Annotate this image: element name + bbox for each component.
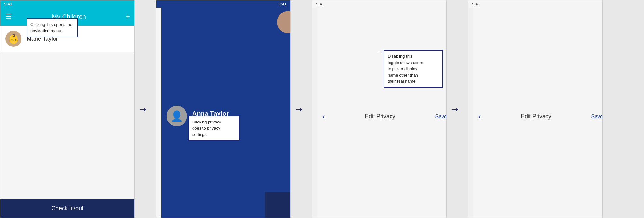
check-in-out-button[interactable]: Check in/out [0,199,134,218]
status-bar-1: 9:41 [0,0,134,8]
annotation-menu: Clicking this opens the navigation menu. [27,18,78,37]
toggle-arrow: → [377,48,384,55]
arrow-2-3: → [291,0,307,218]
save-button-4[interactable]: Save [591,114,603,120]
user-avatar: 👤 [167,106,187,126]
screen-edit-privacy-expanded: 9:41 ‹ Edit Privacy Save PERSONAL INFOMA… [468,0,603,218]
avatar: 👶 [5,31,21,47]
arrow-3-4: → [447,0,463,218]
annotation-privacy: Clicking privacygoes to privacysettings. [188,116,240,141]
page-title-3: Edit Privacy [365,113,395,120]
back-button-3[interactable]: ‹ [322,113,325,121]
status-time-1: 9:41 [4,2,12,6]
annotation-toggle: Disabling thistoggle allows usersto pick… [384,50,443,88]
status-time-2: 9:41 [279,2,287,6]
arrow-1-2: → [135,0,151,218]
screen-edit-privacy-basic: 9:41 ‹ Edit Privacy Save PERSONAL INFOMA… [312,0,447,218]
status-bar-4: 9:41 [468,0,602,8]
page-title-4: Edit Privacy [521,113,551,120]
top-bar-4: ‹ Edit Privacy Save [473,8,603,218]
back-button-4[interactable]: ‹ [478,113,481,121]
bottom-partial [265,192,290,218]
add-icon[interactable]: + [126,13,130,21]
screen-nav-menu: 9:41 👤 Anna Taylor Edit Profile ✕ 🏠 Home… [156,0,291,218]
top-bar-3: ‹ Edit Privacy Save [317,8,447,218]
partial-avatar [277,11,291,33]
save-button-3[interactable]: Save [435,114,447,120]
status-bar-3: 9:41 [312,0,446,8]
nav-header: 👤 Anna Taylor Edit Profile ✕ [161,8,291,218]
menu-icon[interactable]: ☰ [5,13,12,21]
status-time-4: 9:41 [472,2,480,6]
status-time-3: 9:41 [316,2,324,6]
status-bar-2: 9:41 [156,0,290,8]
screen-my-children: 9:41 ☰ My Children + 👶 Marie Taylor Clic… [0,0,135,218]
